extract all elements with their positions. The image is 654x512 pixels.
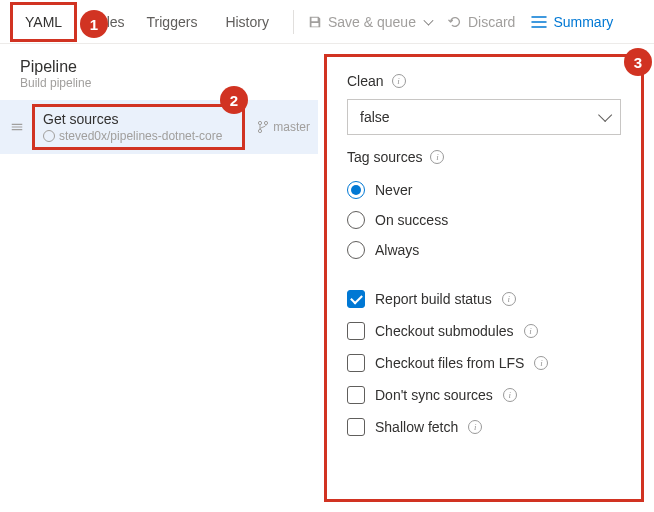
tab-history[interactable]: History	[211, 0, 283, 44]
check-shallow-fetch[interactable]: Shallow fetch i	[347, 411, 621, 443]
get-sources-row[interactable]: Get sources steved0x/pipelines-dotnet-co…	[0, 100, 318, 154]
info-icon[interactable]: i	[392, 74, 406, 88]
info-icon[interactable]: i	[534, 356, 548, 370]
pipeline-subtitle: Build pipeline	[20, 76, 298, 90]
undo-icon	[448, 15, 462, 29]
discard-button[interactable]: Discard	[440, 6, 523, 38]
chevron-down-icon	[598, 108, 612, 122]
svg-point-1	[265, 121, 268, 124]
save-icon	[308, 15, 322, 29]
badge-2: 2	[220, 86, 248, 114]
check-dont-sync[interactable]: Don't sync sources i	[347, 379, 621, 411]
badge-1: 1	[80, 10, 108, 38]
checkbox-input[interactable]	[347, 418, 365, 436]
branch-icon	[257, 120, 269, 134]
check-checkout-lfs[interactable]: Checkout files from LFS i	[347, 347, 621, 379]
github-icon	[43, 130, 55, 142]
branch-tag: master	[257, 120, 310, 134]
checkbox-input[interactable]	[347, 386, 365, 404]
tab-triggers[interactable]: Triggers	[133, 0, 212, 44]
info-icon[interactable]: i	[430, 150, 444, 164]
toolbar-separator	[293, 10, 294, 34]
checkbox-input[interactable]	[347, 322, 365, 340]
tab-yaml-label: YAML	[25, 14, 62, 30]
info-icon[interactable]: i	[503, 388, 517, 402]
radio-input[interactable]	[347, 181, 365, 199]
tab-yaml[interactable]: YAML	[10, 2, 77, 42]
clean-dropdown[interactable]: false	[347, 99, 621, 135]
pipeline-title: Pipeline	[20, 58, 298, 76]
get-sources-title: Get sources	[43, 111, 234, 127]
settings-panel: Clean i false Tag sources i Never On suc…	[324, 54, 644, 502]
drag-icon	[10, 120, 24, 134]
chevron-down-icon	[423, 15, 433, 25]
svg-point-0	[259, 121, 262, 124]
svg-point-2	[259, 129, 262, 132]
checkbox-group: Report build status i Checkout submodule…	[347, 283, 621, 443]
radio-input[interactable]	[347, 241, 365, 259]
radio-on-success[interactable]: On success	[347, 205, 621, 235]
save-queue-button[interactable]: Save & queue	[300, 6, 440, 38]
pipeline-header: Pipeline Build pipeline	[0, 44, 318, 100]
clean-value: false	[360, 109, 390, 125]
radio-never[interactable]: Never	[347, 175, 621, 205]
right-pane: 3 Clean i false Tag sources i Never	[318, 44, 654, 512]
get-sources-box: Get sources steved0x/pipelines-dotnet-co…	[32, 104, 245, 150]
info-icon[interactable]: i	[524, 324, 538, 338]
repo-name: steved0x/pipelines-dotnet-core	[59, 129, 222, 143]
checkbox-input[interactable]	[347, 290, 365, 308]
toolbar: YAML 1 ables Triggers History Save & que…	[0, 0, 654, 44]
checkbox-input[interactable]	[347, 354, 365, 372]
info-icon[interactable]: i	[502, 292, 516, 306]
left-pane: Pipeline Build pipeline 2 Get sources st…	[0, 44, 318, 512]
clean-label: Clean	[347, 73, 384, 89]
radio-always[interactable]: Always	[347, 235, 621, 265]
summary-button[interactable]: Summary	[523, 6, 621, 38]
radio-input[interactable]	[347, 211, 365, 229]
badge-3: 3	[624, 48, 652, 76]
check-report-build-status[interactable]: Report build status i	[347, 283, 621, 315]
check-checkout-submodules[interactable]: Checkout submodules i	[347, 315, 621, 347]
summary-icon	[531, 15, 547, 29]
tag-sources-radio-group: Never On success Always	[347, 175, 621, 265]
info-icon[interactable]: i	[468, 420, 482, 434]
tag-sources-label: Tag sources	[347, 149, 422, 165]
